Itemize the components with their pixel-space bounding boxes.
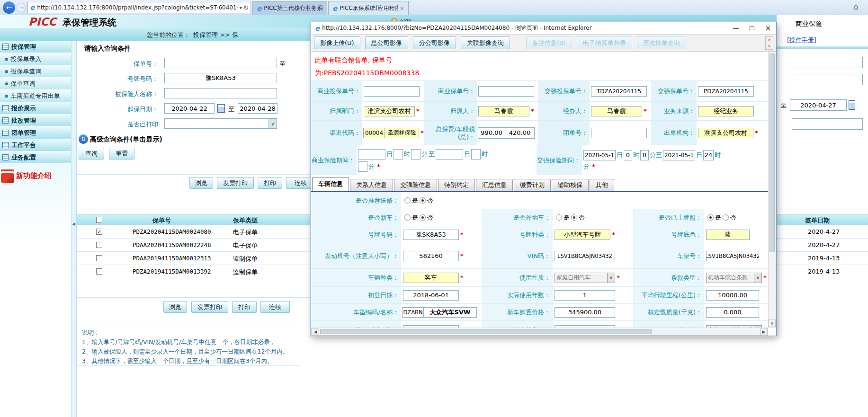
hscroll-thumb[interactable]: [320, 329, 652, 334]
related-image-query-button[interactable]: 关联影像查询: [461, 36, 510, 49]
ctali-proposal-input[interactable]: TDZA20204115: [591, 86, 647, 97]
calendar-icon[interactable]: [217, 104, 225, 113]
start-date-from-input[interactable]: 2020-04-22: [164, 103, 215, 114]
vin-input[interactable]: LSV1B8CA5JN03432: [555, 251, 615, 261]
tab-other[interactable]: 其他: [590, 179, 614, 191]
biz-policy-input[interactable]: [478, 86, 534, 97]
biz-start-hour-input[interactable]: [394, 149, 403, 160]
biz-proposal-input[interactable]: [364, 86, 420, 97]
select-all-checkbox[interactable]: [96, 217, 102, 223]
radio-yes[interactable]: [404, 214, 411, 221]
sidebar-item-cheshang-qudao[interactable]: 车商渠道专用出单: [0, 90, 71, 102]
forward-icon[interactable]: →: [17, 3, 26, 12]
row-checkbox[interactable]: [96, 242, 102, 248]
hq-image-button[interactable]: 总公司影像: [365, 36, 408, 49]
sidebar-item-toubaodan-luru[interactable]: 投保单录入: [0, 53, 71, 65]
tab-close-icon[interactable]: ×: [400, 5, 404, 12]
biz-start-date-input[interactable]: [358, 149, 385, 160]
image-upload-button[interactable]: 影像上传(U): [314, 36, 360, 49]
row-checkbox[interactable]: [96, 268, 102, 275]
url-text[interactable]: http://10.134.132.176:8000/prpall/index.…: [37, 4, 238, 11]
channel-name-input[interactable]: 圣源祥保险: [385, 128, 419, 138]
scroll-right-icon[interactable]: ▶: [760, 328, 768, 335]
advanced-toggle-icon[interactable]: ⇅: [79, 134, 88, 144]
start-date-to-input[interactable]: 2020-04-28: [238, 103, 277, 114]
ctali-end-date-input[interactable]: 2021-05-1: [663, 150, 695, 160]
load-capacity-input[interactable]: 0.000: [706, 307, 759, 318]
first-reg-date-input[interactable]: 2018-06-01: [403, 290, 459, 301]
sidebar-item-yewu-peizhi[interactable]: 业务配置: [0, 151, 71, 164]
fragment-input[interactable]: [792, 74, 863, 85]
tab-vehicle-info[interactable]: 车辆信息: [312, 177, 349, 191]
continue-print-button[interactable]: 连续: [260, 301, 290, 313]
home-icon[interactable]: ⌂: [853, 2, 859, 11]
fragment-date-input[interactable]: 2020-04-27: [790, 99, 847, 111]
clause-type-select[interactable]: 机动车综合条款∨: [706, 273, 762, 283]
avg-mileage-input[interactable]: 10000.00: [706, 290, 759, 301]
sidebar-item-baojia-zhanshi[interactable]: 报价展示: [0, 102, 71, 115]
channel-code-input[interactable]: 00004: [363, 128, 385, 138]
vessel-tax-input[interactable]: 420.00: [505, 127, 535, 139]
tab-payment-plan[interactable]: 缴费计划: [514, 179, 551, 191]
sidebar-item-tuandan-guanli[interactable]: 团单管理: [0, 127, 71, 139]
plate-no-input[interactable]: 豫SK8A53: [403, 230, 459, 240]
radio-no[interactable]: [420, 197, 426, 204]
popup-vscrollbar[interactable]: ∨: [768, 52, 776, 328]
browser-tab-1[interactable]: e PICC第三代核心业务系统: [252, 1, 327, 15]
manual-link[interactable]: [操作手册]: [787, 36, 816, 44]
scroll-down-icon[interactable]: ∨: [769, 319, 776, 327]
minimize-button[interactable]: —: [728, 23, 744, 34]
vscroll-thumb[interactable]: [770, 53, 775, 252]
maximize-button[interactable]: □: [744, 23, 760, 34]
radio-no[interactable]: [723, 214, 729, 221]
tab-special-agreement[interactable]: 特别约定: [438, 179, 475, 191]
invoice-print-button[interactable]: 发票打印: [191, 301, 228, 313]
branch-image-button[interactable]: 分公司影像: [413, 36, 456, 49]
sidebar-item-baodan-chaxun[interactable]: 保单查询: [0, 78, 71, 90]
close-button[interactable]: ×: [760, 23, 776, 34]
ctali-start-date-input[interactable]: 2020-05-1: [583, 150, 616, 160]
back-icon[interactable]: ←: [3, 1, 15, 14]
ctali-start-min-input[interactable]: 0: [640, 150, 649, 160]
browse-button[interactable]: 浏览: [163, 301, 187, 313]
collapse-arrow-icon[interactable]: ◀: [72, 222, 75, 226]
vehicle-kind-input[interactable]: 客车: [403, 273, 459, 283]
radio-yes[interactable]: [707, 214, 714, 221]
sidebar-item-toubaoguanli[interactable]: 投保管理: [0, 41, 71, 53]
refresh-icon[interactable]: ↻: [243, 4, 249, 11]
row-checkbox[interactable]: [96, 255, 102, 261]
model-name-input[interactable]: 大众汽车SVW: [424, 307, 477, 318]
advanced-query-toggle[interactable]: 高级查询条件(单击显示): [90, 135, 162, 144]
search-dropdown-icon[interactable]: ▾: [240, 5, 242, 11]
select-arrow-icon[interactable]: ∨: [268, 119, 277, 128]
printed-select[interactable]: ∨: [164, 118, 277, 129]
new-car-price-input[interactable]: 345900.00: [555, 307, 615, 318]
premium-input[interactable]: 990.00: [478, 127, 505, 139]
plate-type-input[interactable]: 小型汽车号牌: [555, 230, 610, 240]
insured-name-input[interactable]: [164, 88, 277, 98]
print-button[interactable]: 打印: [258, 177, 282, 189]
radio-no[interactable]: [420, 214, 426, 221]
browser-tab-2-active[interactable]: e PICC承保系统(应用程序版... ×: [328, 1, 409, 15]
ctali-start-hour-input[interactable]: 0: [624, 150, 632, 160]
toolbar-scrollbar[interactable]: ∧ ∨: [765, 36, 773, 50]
owner-input[interactable]: 马春霞: [478, 106, 529, 116]
tab-ctali-info[interactable]: 交强险信息: [394, 179, 437, 191]
sidebar-item-toubaodan-chaxun[interactable]: 投保单查询: [0, 65, 71, 78]
biz-end-min-input[interactable]: [358, 161, 367, 172]
scroll-down-icon[interactable]: ∨: [766, 43, 773, 49]
tab-related-persons[interactable]: 关系人信息: [350, 179, 393, 191]
row-checkbox[interactable]: ✓: [96, 229, 102, 235]
reset-button[interactable]: 重置: [109, 148, 134, 160]
sidebar-item-gongzuo-pingtai[interactable]: 工作平台: [0, 139, 71, 151]
popup-titlebar[interactable]: e http://10.134.132.176:8000/?bizNo=PDZA…: [311, 22, 776, 35]
query-button[interactable]: 查询: [79, 148, 104, 160]
sidebar-splitter[interactable]: ◀: [71, 41, 77, 417]
ctali-policy-input[interactable]: PDZA20204115: [698, 86, 754, 97]
sidebar-item-pigai-guanli[interactable]: 批改管理: [0, 115, 71, 127]
new-feature-link[interactable]: 新功能介绍: [16, 171, 52, 180]
handler-input[interactable]: 马春霞: [591, 106, 642, 116]
plate-color-input[interactable]: 蓝: [706, 230, 750, 240]
calendar-icon[interactable]: [849, 100, 855, 110]
issuing-org-input[interactable]: 淮滨支公司农村: [698, 128, 753, 138]
